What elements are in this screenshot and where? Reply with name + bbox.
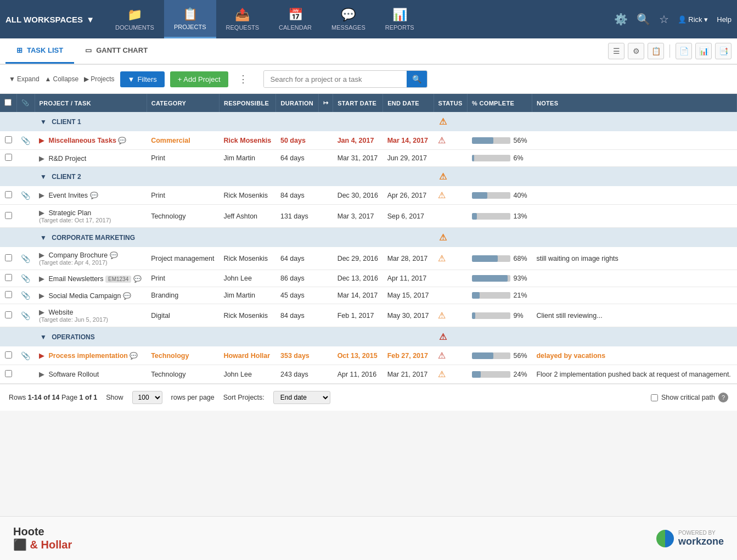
row-checkbox[interactable] <box>5 291 12 298</box>
task-name[interactable]: Event Invites <box>48 192 88 199</box>
group-collapse-icon[interactable]: ▼ <box>40 173 47 181</box>
workzone-circle-icon <box>656 530 674 547</box>
progress-bar-background <box>472 312 510 319</box>
export-action-2[interactable]: 📊 <box>695 43 712 59</box>
row-checkbox[interactable] <box>5 254 12 261</box>
expand-button[interactable]: ▼ Expand <box>9 75 40 83</box>
task-end-date: May 30, 2017 <box>383 304 434 327</box>
attachment-icon: 📎 <box>21 191 30 200</box>
expand-row-icon[interactable]: ▶ <box>39 251 44 259</box>
expand-row-icon[interactable]: ▶ <box>39 371 44 378</box>
task-name-cell: ▶ Website (Target date: Jun 5, 2017) <box>35 304 147 327</box>
row-checkbox[interactable] <box>5 311 12 318</box>
warning-icon: ⚠ <box>438 369 446 379</box>
view-action-2[interactable]: ⚙ <box>628 43 644 59</box>
task-name[interactable]: Miscellaneous Tasks <box>48 137 116 144</box>
task-name[interactable]: Software Rollout <box>48 371 99 378</box>
task-end-date: Sep 6, 2017 <box>383 205 434 228</box>
task-status <box>434 205 468 228</box>
task-name[interactable]: Website <box>48 309 73 316</box>
nav-calendar[interactable]: 📅 CALENDAR <box>269 0 322 38</box>
expand-row-icon[interactable]: ▶ <box>39 137 44 144</box>
nav-requests[interactable]: 📤 REQUESTS <box>216 0 269 38</box>
task-start-date: Jan 4, 2017 <box>333 131 383 150</box>
attachment-icon: 📎 <box>21 136 30 145</box>
tab-task-list[interactable]: ⊞ TASK LIST <box>5 38 74 64</box>
search-submit-button[interactable]: 🔍 <box>407 71 427 87</box>
view-action-3[interactable]: 📋 <box>648 43 664 59</box>
attachment-cell: 📎 <box>16 270 35 287</box>
expand-row-icon[interactable]: ▶ <box>39 275 44 283</box>
row-checkbox[interactable] <box>5 154 12 161</box>
row-checkbox[interactable] <box>5 212 12 219</box>
table-row: 📎 ▶ Miscellaneous Tasks 💬 Commercial Ric… <box>0 131 737 150</box>
expand-row-icon[interactable]: ▶ <box>39 352 44 360</box>
task-name[interactable]: Strategic Plan <box>48 209 91 217</box>
task-name[interactable]: Social Media Campaign <box>48 292 121 300</box>
help-link[interactable]: Help <box>717 15 732 24</box>
nav-messages[interactable]: 💬 MESSAGES <box>322 0 375 38</box>
search-input[interactable] <box>264 71 407 87</box>
expand-row-icon[interactable]: ▶ <box>39 309 44 316</box>
task-name[interactable]: Process implementation <box>48 352 128 360</box>
top-navigation: ALL WORKSPACES ▼ 📁 DOCUMENTS 📋 PROJECTS … <box>0 0 737 38</box>
collapse-button[interactable]: ▲ Collapse <box>45 75 79 83</box>
task-status <box>434 287 468 304</box>
user-menu[interactable]: 👤 Rick ▾ <box>678 15 708 24</box>
row-checkbox[interactable] <box>5 136 12 143</box>
task-name[interactable]: R&D Project <box>48 155 86 163</box>
favorites-button[interactable]: ☆ <box>659 13 669 26</box>
progress-bar-background <box>472 192 510 199</box>
select-all-checkbox[interactable] <box>4 99 12 106</box>
group-status: ⚠ <box>434 228 468 248</box>
add-project-button[interactable]: + Add Project <box>170 71 228 87</box>
task-name[interactable]: Company Brochure <box>48 251 108 259</box>
expand-row-icon[interactable]: ▶ <box>39 155 44 163</box>
critical-path-checkbox[interactable] <box>651 394 658 401</box>
group-collapse-icon[interactable]: ▼ <box>40 333 47 341</box>
nav-projects[interactable]: 📋 PROJECTS <box>164 0 216 38</box>
group-checkbox-cell <box>0 167 16 187</box>
sort-projects-select[interactable]: End date Start date Name % Complete <box>273 391 330 404</box>
task-notes <box>532 205 736 228</box>
filters-button[interactable]: ▼ Filters <box>120 71 165 87</box>
group-attachment-cell <box>16 327 35 347</box>
task-responsible: Rick Mosenkis <box>219 304 276 327</box>
expand-row-icon[interactable]: ▶ <box>39 192 44 199</box>
expand-row-icon[interactable]: ▶ <box>39 292 44 300</box>
attachment-cell: 📎 <box>16 131 35 150</box>
row-checkbox[interactable] <box>5 351 12 359</box>
progress-bar-background <box>472 213 510 220</box>
task-duration: 50 days <box>276 131 318 150</box>
task-status: ⚠ <box>434 365 468 384</box>
export-action-3[interactable]: 📑 <box>715 43 732 59</box>
projects-button[interactable]: ▶ Projects <box>84 75 114 83</box>
progress-bar-fill <box>472 155 474 161</box>
expand-row-icon[interactable]: ▶ <box>39 209 44 217</box>
workspace-selector[interactable]: ALL WORKSPACES ▼ <box>5 15 94 24</box>
critical-path-help[interactable]: ? <box>718 393 728 402</box>
attachment-icon: 📎 <box>21 291 30 300</box>
task-percent-complete: 68% <box>468 247 532 270</box>
group-checkbox-cell <box>0 112 16 131</box>
search-button[interactable]: 🔍 <box>637 13 650 26</box>
more-options-button[interactable]: ⋮ <box>234 71 252 87</box>
row-checkbox[interactable] <box>5 191 12 198</box>
view-action-1[interactable]: ☰ <box>608 43 625 59</box>
group-row: ▼ CORPORATE MARKETING ⚠ <box>0 228 737 248</box>
settings-button[interactable]: ⚙️ <box>614 13 628 26</box>
nav-reports[interactable]: 📊 REPORTS <box>375 0 424 38</box>
export-action-1[interactable]: 📄 <box>676 43 692 59</box>
row-checkbox[interactable] <box>5 274 12 281</box>
attachment-cell <box>16 205 35 228</box>
nav-documents[interactable]: 📁 DOCUMENTS <box>105 0 164 38</box>
task-name[interactable]: Email Newsletters <box>48 275 103 283</box>
progress-bar-fill <box>472 352 493 359</box>
rows-per-page-select[interactable]: 100 50 25 10 <box>132 391 162 404</box>
workspace-dropdown-icon: ▼ <box>86 15 94 24</box>
progress-bar-fill <box>472 192 487 199</box>
tab-gantt-chart[interactable]: ▭ GANTT CHART <box>74 38 159 64</box>
group-collapse-icon[interactable]: ▼ <box>40 118 47 126</box>
group-collapse-icon[interactable]: ▼ <box>40 234 47 242</box>
row-checkbox[interactable] <box>5 370 12 377</box>
